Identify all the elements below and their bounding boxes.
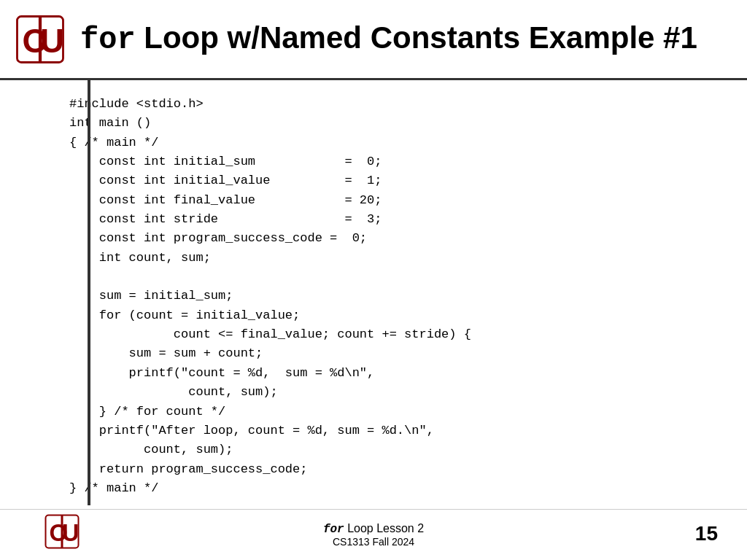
page-number: 15: [695, 522, 718, 545]
slide-title: for Loop w/Named Constants Example #1: [80, 21, 697, 57]
svg-rect-7: [61, 516, 63, 548]
header: O U for Loop w/Named Constants Example #…: [0, 0, 747, 80]
left-border-line: [88, 80, 90, 505]
footer: O U for Loop Lesson 2 CS1313 Fall 2024 1…: [0, 509, 747, 560]
logo: O U: [15, 14, 66, 65]
footer-logo: O U: [44, 513, 80, 553]
footer-text: for Loop Lesson 2 CS1313 Fall 2024: [323, 522, 424, 548]
svg-text:U: U: [40, 22, 64, 59]
svg-text:U: U: [62, 520, 79, 546]
content-area: #include <stdio.h> int main () { /* main…: [0, 80, 747, 505]
code-block: #include <stdio.h> int main () { /* main…: [55, 88, 486, 505]
svg-rect-3: [39, 16, 42, 62]
